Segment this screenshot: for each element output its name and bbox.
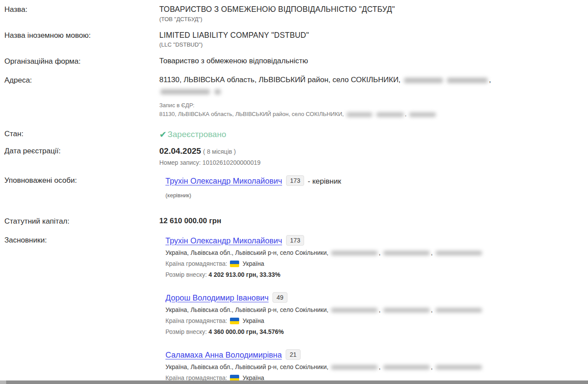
field-row-name-en: Назва іноземною мовою: LIMITED LIABILITY…: [4, 30, 588, 49]
redacted-address-part: [331, 251, 377, 255]
name-en-label: Назва іноземною мовою:: [4, 30, 159, 40]
horizontal-scrollbar: [0, 380, 588, 384]
flag-ua-icon: [230, 261, 239, 267]
founder-contribution: Розмір внеску: 4 202 913.00 грн, 33.33%: [165, 271, 588, 279]
redacted-address-part: [161, 89, 210, 94]
status-label: Стан:: [4, 129, 159, 139]
horizontal-scrollbar-thumb[interactable]: [6, 380, 588, 384]
redacted-address-part: [384, 308, 430, 312]
founder-address: Україна, Львівська обл., Львівський р-н,…: [165, 363, 588, 371]
founder-count-badge[interactable]: 173: [286, 235, 304, 246]
officer-row: Трухін Олександр Миколайович173- керівни…: [165, 175, 588, 186]
status-badge: Зареєстровано: [168, 130, 226, 139]
company-short-name: (ТОВ "ДСТБУД"): [159, 16, 588, 23]
name-label: Назва:: [4, 4, 159, 14]
field-row-founders: Засновники: Трухін Олександр Миколайович…: [4, 235, 588, 384]
officer-role-note: (керівник): [165, 192, 588, 199]
founder-link[interactable]: Трухін Олександр Миколайович: [165, 236, 282, 245]
edr-record-label: Запис в ЄДР:: [159, 102, 588, 109]
founders-label: Засновники:: [4, 235, 159, 245]
officer-link[interactable]: Трухін Олександр Миколайович: [165, 177, 282, 185]
redacted-address-part: [436, 365, 482, 370]
founder-link[interactable]: Дорош Володимир Іванович: [165, 293, 269, 302]
org-form-value: Товариство з обмеженою відповідальністю: [159, 56, 588, 66]
field-row-address: Адреса: 81130, ЛЬВІВСЬКА область, ЛЬВІВС…: [4, 75, 588, 118]
address-value-line2: [159, 87, 588, 96]
company-profile: Назва: ТОВАРИСТВО З ОБМЕЖЕНОЮ ВІДПОВІДАЛ…: [0, 0, 588, 384]
reg-date-label: Дата реєстрації:: [4, 146, 159, 156]
redacted-address-part: [384, 251, 430, 255]
company-name: ТОВАРИСТВО З ОБМЕЖЕНОЮ ВІДПОВІДАЛЬНІСТЮ …: [159, 4, 588, 14]
field-row-reg-date: Дата реєстрації: 02.04.2025 ( 8 місяців …: [4, 146, 588, 167]
redacted-address-part: [215, 89, 221, 94]
org-form-label: Організаційна форма:: [4, 56, 159, 66]
field-row-capital: Статутний капітал: 12 610 000.00 грн: [4, 216, 588, 226]
founder-item: Трухін Олександр Миколайович173 Україна,…: [165, 235, 588, 279]
founder-head: Трухін Олександр Миколайович173: [165, 235, 588, 246]
founder-link[interactable]: Саламаха Анна Володимирівна: [165, 351, 282, 359]
redacted-address-part: [331, 365, 377, 370]
redacted-address-part: [376, 112, 404, 117]
redacted-address-part: [436, 308, 482, 312]
reg-date-value: 02.04.2025: [159, 146, 201, 156]
field-row-status: Стан: ✔Зареєстровано: [4, 129, 588, 140]
edr-record-value: 81130, ЛЬВІВСЬКА область, ЛЬВІВСЬКИЙ рай…: [159, 111, 588, 118]
redacted-address-part: [436, 251, 482, 255]
check-icon: ✔: [159, 130, 167, 139]
capital-value: 12 610 000.00 грн: [159, 216, 588, 226]
officers-label: Уповноважені особи:: [4, 175, 159, 185]
company-short-name-en: (LLC "DSTBUD"): [159, 41, 588, 49]
founder-head: Дорош Володимир Іванович49: [165, 292, 588, 303]
founder-count-badge[interactable]: 21: [286, 349, 301, 360]
redacted-address-part: [404, 78, 443, 83]
founder-item: Дорош Володимир Іванович49 Україна, Льві…: [165, 292, 588, 336]
founder-citizenship: Країна громадянства: Україна: [165, 317, 588, 325]
address-value: 81130, ЛЬВІВСЬКА область, ЛЬВІВСЬКИЙ рай…: [159, 75, 588, 85]
field-row-officers: Уповноважені особи: Трухін Олександр Мик…: [4, 175, 588, 199]
officer-count-badge[interactable]: 173: [286, 175, 304, 186]
founder-count-badge[interactable]: 49: [272, 292, 287, 303]
redacted-address-part: [447, 78, 488, 83]
founder-head: Саламаха Анна Володимирівна21: [165, 349, 588, 360]
founder-citizenship: Країна громадянства: Україна: [165, 260, 588, 268]
founder-address: Україна, Львівська обл., Львівський р-н,…: [165, 249, 588, 257]
founder-address: Україна, Львівська обл., Львівський р-н,…: [165, 306, 588, 314]
redacted-address-part: [331, 308, 377, 312]
address-label: Адреса:: [4, 75, 159, 85]
capital-label: Статутний капітал:: [4, 216, 159, 226]
founder-item: Саламаха Анна Володимирівна21 Україна, Л…: [165, 349, 588, 384]
officer-role: - керівник: [308, 177, 341, 185]
record-number: Номер запису: 10102610200000019: [159, 159, 588, 167]
company-name-en: LIMITED LIABILITY COMPANY "DSTBUD": [159, 30, 588, 40]
redacted-address-part: [347, 112, 372, 117]
field-row-org-form: Організаційна форма: Товариство з обмеже…: [4, 56, 588, 66]
flag-ua-icon: [230, 318, 239, 324]
redacted-address-part: [409, 112, 436, 117]
redacted-address-part: [384, 365, 430, 370]
field-row-name: Назва: ТОВАРИСТВО З ОБМЕЖЕНОЮ ВІДПОВІДАЛ…: [4, 4, 588, 23]
company-age: ( 8 місяців ): [203, 148, 236, 155]
founder-contribution: Розмір внеску: 4 360 000.00 грн, 34.576%: [165, 328, 588, 336]
